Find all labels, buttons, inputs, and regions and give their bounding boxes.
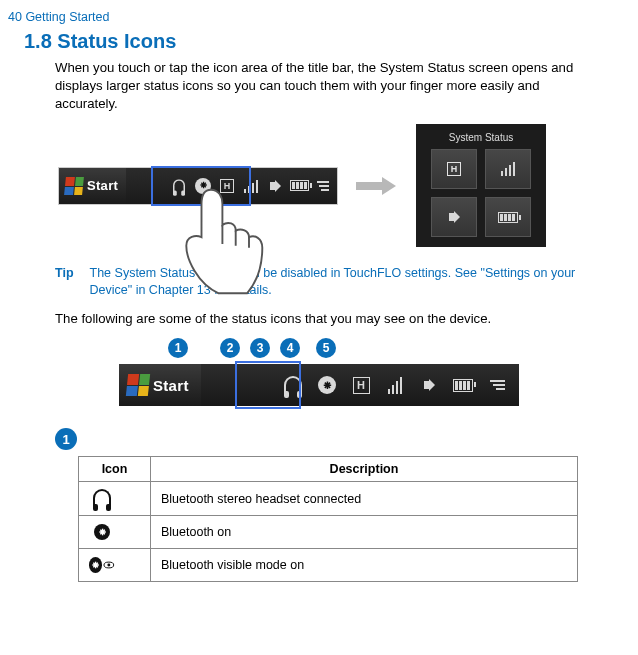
speaker-tray-icon[interactable] [267, 178, 283, 194]
intro-paragraph: When you touch or tap the icon area of t… [0, 59, 638, 112]
callout-4: 4 [280, 338, 300, 358]
status-tile-speaker[interactable] [431, 197, 477, 237]
taskbar-figure-large: Start ⁕ H [119, 364, 519, 406]
svg-point-1 [108, 564, 111, 567]
tip-text: The System Status screen can be disabled… [90, 265, 592, 299]
icon-cell [79, 482, 151, 516]
table-header-icon: Icon [79, 457, 151, 482]
tip-label: Tip [55, 265, 74, 299]
battery-tray-icon[interactable] [291, 178, 307, 194]
callout-3: 3 [250, 338, 270, 358]
section-heading: 1.8 Status Icons [0, 24, 638, 59]
signal-tray-icon[interactable] [385, 375, 405, 395]
start-button-large[interactable]: Start [119, 364, 201, 406]
table-row: ⁕ Bluetooth visible mode on [79, 549, 578, 582]
desc-cell: Bluetooth stereo headset connected [151, 482, 578, 516]
windows-flag-icon [64, 177, 84, 195]
start-button[interactable]: Start [59, 168, 126, 204]
thumb-illustration [173, 185, 268, 299]
status-tile-hsdpa[interactable]: H [431, 149, 477, 189]
start-label-large: Start [153, 377, 189, 394]
icon-description-table: Icon Description Bluetooth stereo headse… [78, 456, 578, 582]
menu-tray-icon[interactable] [315, 178, 331, 194]
callout-1: 1 [168, 338, 188, 358]
table-header-desc: Description [151, 457, 578, 482]
hsdpa-tray-icon[interactable]: H [351, 375, 371, 395]
following-text: The following are some of the status ico… [0, 299, 638, 326]
desc-cell: Bluetooth visible mode on [151, 549, 578, 582]
figure-row: Start ⁕ H System Status H [0, 112, 638, 257]
bluetooth-tray-icon[interactable]: ⁕ [317, 375, 337, 395]
system-status-title: System Status [449, 130, 513, 149]
page-header: 40 Getting Started [0, 0, 638, 24]
callout-2: 2 [220, 338, 240, 358]
callout-5: 5 [316, 338, 336, 358]
desc-cell: Bluetooth on [151, 516, 578, 549]
system-status-panel: System Status H [416, 124, 546, 247]
icon-cell: ⁕ [79, 549, 151, 582]
status-tile-signal[interactable] [485, 149, 531, 189]
speaker-tray-icon[interactable] [419, 375, 439, 395]
tip-row: Tip The System Status screen can be disa… [0, 257, 638, 299]
section-badge-1: 1 [55, 428, 77, 450]
bluetooth-on-icon: ⁕ [89, 521, 115, 543]
status-tile-battery[interactable] [485, 197, 531, 237]
menu-tray-icon[interactable] [487, 375, 507, 395]
windows-flag-icon [126, 374, 150, 396]
arrow-right-icon [356, 177, 398, 195]
start-label: Start [87, 178, 118, 193]
battery-tray-icon[interactable] [453, 375, 473, 395]
highlight-box-large [235, 361, 301, 409]
bluetooth-visible-icon: ⁕ [89, 554, 115, 576]
table-row: Bluetooth stereo headset connected [79, 482, 578, 516]
bluetooth-headset-icon [89, 487, 115, 509]
callout-row: 1 2 3 4 5 [72, 326, 432, 358]
icon-cell: ⁕ [79, 516, 151, 549]
table-row: ⁕ Bluetooth on [79, 516, 578, 549]
